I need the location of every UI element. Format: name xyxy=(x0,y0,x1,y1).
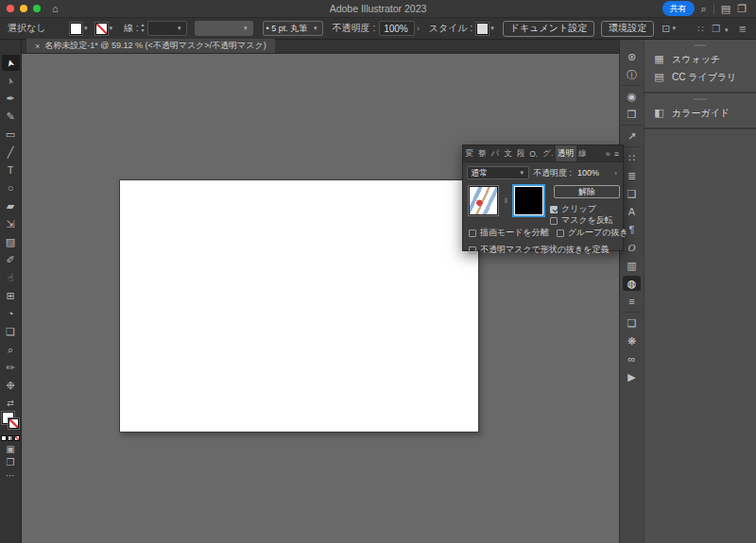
gradient-strip-panel-icon[interactable]: ▥ xyxy=(623,258,641,273)
control-menu-icon[interactable]: ≣ xyxy=(739,24,747,34)
transparency-panel-icon[interactable]: ◍ xyxy=(623,276,641,291)
rectangle-tool[interactable]: ▭ xyxy=(2,127,20,143)
gradient-button[interactable] xyxy=(8,435,13,441)
isolate-chevron-icon[interactable]: ▾ xyxy=(672,25,676,32)
panel-opacity-chevron-icon[interactable]: › xyxy=(614,169,619,178)
dock-separator[interactable] xyxy=(622,85,642,86)
panel-item-cc-libraries[interactable]: ▤ CC ライブラリ xyxy=(644,68,756,86)
variable-width-dropdown[interactable]: ▾ xyxy=(195,21,253,36)
artboard-panel-icon[interactable]: ❐ xyxy=(623,107,641,122)
canvas[interactable] xyxy=(22,54,619,543)
preferences-button[interactable]: 環境設定 xyxy=(601,21,654,37)
gradient-panel-icon[interactable]: ◉ xyxy=(623,89,641,104)
share-button[interactable]: 共有 xyxy=(662,1,695,16)
edit-toolbar-icon[interactable]: ⋯ xyxy=(6,471,15,481)
color-button[interactable] xyxy=(1,435,7,441)
opacity-mask-thumbnail[interactable] xyxy=(512,184,545,217)
isolate-blending-checkbox[interactable] xyxy=(469,229,476,237)
gradient-tool[interactable]: ▨ xyxy=(2,234,20,250)
panel-tab-character[interactable]: 文 xyxy=(502,145,515,161)
invert-mask-checkbox-row[interactable]: マスクを反転 xyxy=(550,214,613,227)
opacity-input[interactable]: 100% xyxy=(379,21,415,36)
free-transform-tool[interactable]: ⇲ xyxy=(2,216,20,232)
links-panel-icon[interactable]: ∞ xyxy=(623,351,641,366)
pathfinder-panel-icon[interactable]: ❑ xyxy=(623,186,641,201)
close-tab-icon[interactable]: × xyxy=(35,42,40,51)
align-panel-icon[interactable]: ≣ xyxy=(623,168,641,183)
panel-tab-transparency[interactable]: 透明 xyxy=(556,145,576,161)
artboard[interactable] xyxy=(119,179,479,433)
none-button[interactable] xyxy=(14,435,20,441)
stroke-panel-icon[interactable]: ≡ xyxy=(623,294,641,309)
panel-tab-align[interactable]: 整 xyxy=(476,145,490,161)
application-frame-icon[interactable]: ❐ xyxy=(737,4,747,14)
drawing-modes-icon[interactable]: ▣ xyxy=(6,445,14,454)
artwork-thumbnail[interactable] xyxy=(469,186,498,215)
type-tool[interactable]: T xyxy=(2,162,20,178)
clip-checkbox[interactable] xyxy=(550,206,558,213)
document-tab[interactable]: × 名称未設定-1* @ 59.12 % (<不透明マスク>/不透明マスク) xyxy=(26,39,275,53)
graph-tool[interactable]: ◔ xyxy=(2,306,20,322)
panel-tab-gradient[interactable]: グ. xyxy=(541,145,556,161)
eraser-tool[interactable]: ▰ xyxy=(2,198,20,214)
eyedropper-tool[interactable]: ✐ xyxy=(2,252,20,268)
panel-overflow-icon[interactable]: » xyxy=(606,149,610,159)
transform-panel-icon[interactable]: ∷ xyxy=(623,150,641,165)
hand-tool[interactable]: ☝ xyxy=(2,270,20,286)
character-panel-icon[interactable]: A xyxy=(623,204,641,219)
stroke-color-swatch[interactable] xyxy=(95,23,108,35)
stroke-chevron-icon[interactable]: ▾ xyxy=(110,25,113,32)
asset-export-panel-icon[interactable]: ❋ xyxy=(623,333,641,348)
artboard-tool[interactable]: ❏ xyxy=(2,324,20,340)
isolate-selected-icon[interactable]: ⊡ xyxy=(662,24,670,34)
stroke-weight-dropdown[interactable]: ▾ xyxy=(147,21,187,36)
workspace-switcher-icon[interactable]: ❐ ▾ xyxy=(712,24,730,34)
symbol-sprayer-tool[interactable]: ❉ xyxy=(2,378,20,394)
dock-separator[interactable] xyxy=(622,146,642,147)
direct-selection-tool[interactable]: ➢ xyxy=(2,73,20,89)
ellipse-tool[interactable]: ○ xyxy=(2,180,20,196)
layers-panel-icon[interactable]: ❏ xyxy=(623,315,641,331)
panel-group-handle[interactable] xyxy=(694,98,707,100)
document-setup-button[interactable]: ドキュメント設定 xyxy=(503,21,594,37)
shape-builder-tool[interactable]: ⊞ xyxy=(2,288,20,304)
pencil-tool[interactable]: ✏ xyxy=(2,360,20,376)
info-panel-icon[interactable]: ⓘ xyxy=(623,67,641,82)
define-knockout-checkbox[interactable] xyxy=(469,246,476,254)
export-panel-icon[interactable]: ↗ xyxy=(623,128,641,144)
pen-tool[interactable]: ✒ xyxy=(2,91,20,107)
panel-opacity-value[interactable]: 100% xyxy=(577,168,599,178)
panel-tab-stroke[interactable]: 線 xyxy=(576,145,590,161)
zoom-tool[interactable]: ⌕ xyxy=(2,342,20,358)
fill-color-swatch[interactable] xyxy=(70,23,82,35)
touch-workspace-icon[interactable]: ∷ xyxy=(697,24,703,34)
actions-panel-icon[interactable]: ▶ xyxy=(623,369,641,384)
fill-chevron-icon[interactable]: ▾ xyxy=(84,25,88,32)
dock-separator[interactable] xyxy=(622,125,642,126)
line-segment-tool[interactable]: ╱ xyxy=(2,144,20,161)
paintbrush-tool[interactable]: ✎ xyxy=(2,109,20,125)
stroke-proxy[interactable] xyxy=(9,418,19,429)
search-icon[interactable]: ⌕ xyxy=(701,4,707,14)
link-icon[interactable]: ∞ xyxy=(502,197,509,203)
opacity-chevron-icon[interactable]: › xyxy=(417,25,420,33)
selection-tool[interactable]: ➤ xyxy=(2,55,20,71)
panel-tab-pathfinder[interactable]: パ xyxy=(489,145,502,161)
arrange-documents-icon[interactable]: ▤ xyxy=(721,4,730,14)
invert-mask-checkbox[interactable] xyxy=(550,217,558,225)
fill-stroke-indicator[interactable] xyxy=(2,412,19,429)
blend-mode-dropdown[interactable]: 通常 ▾ xyxy=(467,166,529,179)
opentype-panel-icon[interactable]: O xyxy=(623,240,641,255)
panel-item-swatches[interactable]: ▦ スウォッチ xyxy=(644,50,756,68)
panel-tab-opentype[interactable]: O. xyxy=(527,145,541,161)
dock-separator[interactable] xyxy=(622,312,642,313)
style-chevron-icon[interactable]: ▾ xyxy=(490,25,494,32)
panel-item-color-guide[interactable]: ◧ カラーガイド xyxy=(644,104,756,122)
swap-fill-stroke-icon[interactable]: ⇄ xyxy=(7,399,14,408)
panel-tab-transform[interactable]: 変 xyxy=(463,145,476,161)
panel-tab-paragraph[interactable]: 段 xyxy=(514,145,527,161)
knockout-group-checkbox[interactable] xyxy=(557,229,564,237)
stroke-weight-stepper[interactable]: ▴ ▾ xyxy=(142,23,145,33)
panel-group-handle[interactable] xyxy=(694,44,707,46)
color-panel-icon[interactable]: ⊛ xyxy=(623,49,641,64)
